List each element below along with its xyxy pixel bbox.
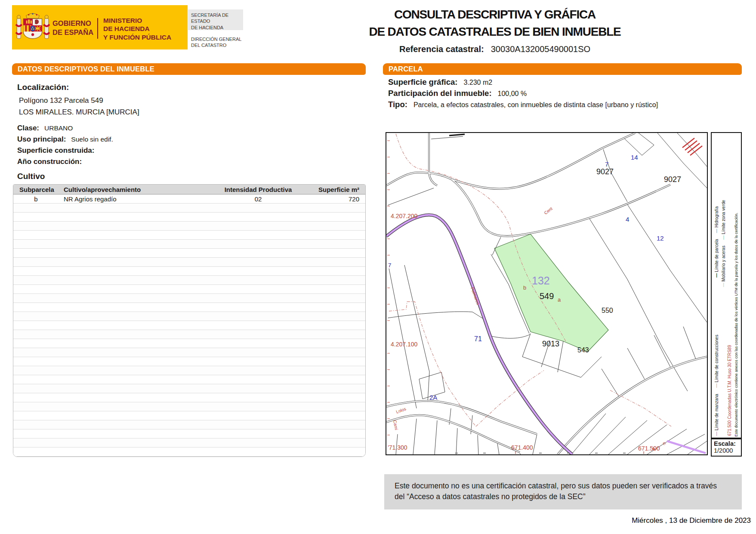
table-row-empty bbox=[13, 249, 365, 258]
map-label: 4.207.100 bbox=[391, 341, 417, 348]
parcel-field-row: Tipo:Parcela, a efectos catastrales, con… bbox=[388, 100, 741, 111]
table-row-empty bbox=[13, 276, 365, 285]
map-label: 550 bbox=[602, 307, 613, 314]
property-field-row: Uso principal:Suelo sin edif. bbox=[17, 135, 353, 146]
north-hatch-symbol bbox=[682, 138, 702, 155]
map-label: 9013 bbox=[542, 340, 559, 348]
scale-box: Escala: 1/2000 bbox=[711, 438, 742, 457]
legend-group: — Mobiliario y aceras — Límite zona verd… bbox=[721, 136, 727, 287]
table-row-empty bbox=[13, 357, 365, 366]
legend-item-label: Límite de manzana bbox=[714, 394, 719, 430]
table-row-empty bbox=[13, 330, 365, 339]
cadastral-reference: Referencia catastral:30030A132005490001S… bbox=[361, 44, 628, 54]
disclaimer-box: Este documento no es una certificación c… bbox=[384, 474, 742, 509]
map-label: Palmares bbox=[470, 287, 481, 305]
parcel-fields: Superficie gráfica:3.230 m2Participación… bbox=[388, 77, 741, 111]
property-field-row: Clase:URBANO bbox=[17, 124, 353, 135]
table-row-empty bbox=[13, 285, 365, 294]
map-label: 7 bbox=[605, 161, 608, 168]
logo-divider bbox=[97, 18, 98, 39]
table-row-empty bbox=[13, 402, 365, 411]
table-row-empty bbox=[13, 213, 365, 222]
table-row-empty bbox=[13, 375, 365, 384]
road-top-dash bbox=[449, 134, 465, 136]
table-row-empty bbox=[13, 312, 365, 321]
table-row-empty bbox=[13, 366, 365, 375]
table-row-empty bbox=[13, 429, 365, 438]
table-row-empty bbox=[13, 393, 365, 402]
map-label: b bbox=[523, 284, 526, 291]
table-row-empty bbox=[13, 231, 365, 240]
legend-swatch-icon: — bbox=[721, 281, 726, 287]
section-header-datos-descriptivos: DATOS DESCRIPTIVOS DEL INMUEBLE bbox=[12, 63, 366, 75]
location-line-1: Polígono 132 Parcela 549 bbox=[19, 96, 103, 105]
table-row-empty bbox=[13, 294, 365, 303]
legend-swatch-icon: — bbox=[714, 272, 719, 278]
cultivo-table: SubparcelaCultivo/aprovechamientoIntensi… bbox=[13, 184, 366, 457]
table-row-empty bbox=[13, 222, 365, 231]
legend-utm-note: 671.500 Coordenadas U.T.M. Huso 30 ETRS8… bbox=[727, 261, 733, 436]
ministry-wordmark: MINISTERIO DE HACIENDA Y FUNCIÓN PÚBLICA bbox=[103, 16, 171, 41]
data-cell: 02 bbox=[213, 195, 303, 203]
legend-group: — Límite de parcela — Hidrografía bbox=[714, 136, 720, 278]
map-label: Lolos bbox=[395, 406, 407, 414]
section-header-parcela: PARCELA bbox=[383, 63, 742, 75]
map-label: 12 bbox=[657, 235, 664, 242]
map-label: 14 bbox=[631, 154, 638, 161]
disclaimer-text: Este documento no es una certificación c… bbox=[395, 481, 724, 503]
map-label: n bbox=[661, 440, 667, 446]
legend-certification-note: Este documento electrónico contiene anex… bbox=[734, 135, 740, 437]
map-label: 671.400 bbox=[511, 444, 533, 451]
legend-swatch-icon: — bbox=[714, 382, 719, 388]
scale-label: Escala: bbox=[714, 440, 739, 447]
map-label: 9027 bbox=[596, 167, 614, 176]
legend-group: — Límite de manzana — Límite de construc… bbox=[714, 283, 720, 436]
data-cell: NR Agrios regadío bbox=[59, 195, 213, 203]
parcel-field-row: Participación del inmueble:100,00 % bbox=[388, 89, 741, 100]
map-label: '71.300 bbox=[388, 444, 407, 451]
document-date: Miércoles , 13 de Diciembre de 2023 bbox=[632, 516, 751, 525]
cadastral-reference-label: Referencia catastral: bbox=[399, 44, 484, 54]
legend-item-label: Hidrografía bbox=[714, 206, 719, 227]
table-row-empty bbox=[13, 339, 365, 348]
cadastral-map: 79027149027412132549ab5509013543712A74.2… bbox=[386, 132, 708, 455]
legend-item-label: Límite de parcela bbox=[714, 239, 719, 272]
map-label: 4 bbox=[626, 216, 629, 223]
header-cell: Superficie m² bbox=[303, 186, 365, 193]
gov-logo-block: GOBIERNO DE ESPAÑA MINISTERIO DE HACIEND… bbox=[12, 5, 188, 49]
header-cell: Cultivo/aprovechamiento bbox=[59, 186, 213, 193]
legend-swatch-icon: — bbox=[714, 430, 719, 436]
data-cell: b bbox=[13, 195, 59, 203]
header-cell: Intensidad Productiva bbox=[213, 186, 303, 193]
data-cell: 720 bbox=[303, 195, 365, 203]
map-label: 4.207.200 bbox=[391, 213, 417, 219]
cultivo-table-header: SubparcelaCultivo/aprovechamientoIntensi… bbox=[13, 185, 365, 194]
spain-coat-of-arms-icon bbox=[15, 11, 50, 45]
legend-swatch-icon: — bbox=[721, 234, 726, 240]
table-row-empty bbox=[13, 420, 365, 429]
table-row-empty bbox=[13, 204, 365, 213]
scale-value: 1/2000 bbox=[714, 447, 739, 454]
legend-item-label: Límite de construcciones bbox=[714, 335, 719, 383]
map-label: 2A bbox=[429, 394, 437, 401]
table-row-empty bbox=[13, 411, 365, 420]
property-field-row: Año construcción: bbox=[17, 157, 353, 169]
property-fields: Clase:URBANOUso principal:Suelo sin edif… bbox=[17, 124, 353, 169]
parcel-field-row: Superficie gráfica:3.230 m2 bbox=[388, 77, 741, 89]
map-label: 549 bbox=[540, 291, 554, 301]
table-row: bNR Agrios regadío02720 bbox=[13, 194, 365, 204]
map-label: 543 bbox=[577, 346, 589, 354]
map-label: Cent bbox=[543, 206, 553, 216]
header-cell: Subparcela bbox=[13, 186, 59, 193]
government-wordmark: GOBIERNO DE ESPAÑA bbox=[52, 19, 93, 37]
table-row-empty bbox=[13, 384, 365, 393]
table-row-empty bbox=[13, 258, 365, 267]
location-label: Localización: bbox=[17, 83, 69, 92]
map-label: a bbox=[558, 296, 561, 303]
map-label: Cami bbox=[392, 420, 399, 430]
map-legend: — Límite de parcela — Hidrografía— Mobil… bbox=[711, 132, 742, 438]
legend-item-label: Mobiliario y aceras bbox=[721, 246, 726, 281]
map-label: 9027 bbox=[664, 175, 681, 184]
document-title: CONSULTA DESCRIPTIVA Y GRÁFICA DE DATOS … bbox=[361, 6, 628, 40]
map-label: 132 bbox=[532, 275, 550, 287]
